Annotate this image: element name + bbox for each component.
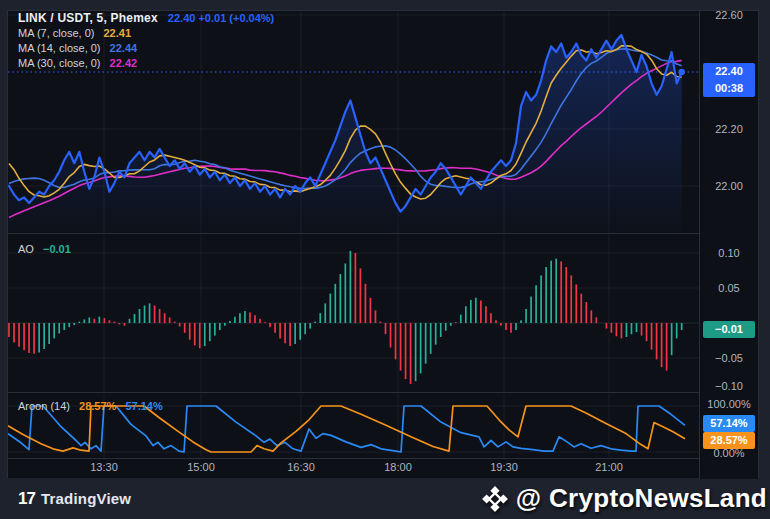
- watermark-text: @ CryptoNewsLand: [516, 483, 767, 514]
- aroon-tick: 100.00%: [700, 397, 758, 411]
- price-tick: 22.20: [700, 122, 758, 136]
- aroon-up-badge: 57.14%: [703, 415, 755, 432]
- last-price: 22.40: [703, 63, 755, 80]
- price-axis[interactable]: 22.40 00:38 −0.01 57.14% 28.57% 22.6022.…: [699, 11, 758, 479]
- diamond-logo-icon: [482, 486, 508, 512]
- footer-bar: 17 TradingView @ CryptoNewsLand: [0, 478, 770, 519]
- last-price-badge: 22.40 00:38: [703, 63, 755, 97]
- ao-tick: −0.10: [700, 379, 758, 393]
- ao-value-badge: −0.01: [703, 321, 755, 338]
- time-tick: 21:00: [579, 461, 639, 473]
- tradingview-brand[interactable]: 17 TradingView: [18, 478, 131, 519]
- price-tick: 22.60: [700, 8, 758, 22]
- main-legend: LINK / USDT, 5, Phemex 22.40 +0.01 (+0.0…: [18, 11, 274, 71]
- time-tick: 16:30: [271, 461, 331, 473]
- ao-tick: −0.05: [700, 351, 758, 365]
- tradingview-wordmark: TradingView: [41, 490, 131, 507]
- aroon-down-value: 28.57%: [79, 400, 116, 412]
- symbol-title[interactable]: LINK / USDT, 5, Phemex: [18, 11, 158, 25]
- ao-label: AO: [18, 243, 34, 255]
- time-tick: 18:00: [368, 461, 428, 473]
- bar-countdown: 00:38: [703, 80, 755, 97]
- ma30-value: 22.42: [110, 57, 138, 69]
- ma30-label: MA (30, close, 0): [18, 57, 101, 69]
- channel-watermark: @ CryptoNewsLand: [482, 478, 767, 519]
- price-tick: 22.00: [700, 179, 758, 193]
- ao-value: −0.01: [43, 243, 71, 255]
- time-axis[interactable]: 13:3015:0016:3018:0019:3021:00: [8, 459, 699, 479]
- ma14-legend-row[interactable]: MA (14, close, 0) 22.44: [18, 41, 274, 56]
- symbol-row[interactable]: LINK / USDT, 5, Phemex 22.40 +0.01 (+0.0…: [18, 11, 274, 26]
- ma7-label: MA (7, close, 0): [18, 27, 94, 39]
- ma14-value: 22.44: [110, 42, 138, 54]
- time-tick: 13:30: [74, 461, 134, 473]
- ma14-label: MA (14, close, 0): [18, 42, 101, 54]
- aroon-up-value: 57.14%: [125, 400, 162, 412]
- price-quote: 22.40 +0.01 (+0.04%): [168, 12, 274, 24]
- ma7-value: 22.41: [103, 27, 131, 39]
- time-tick: 19:30: [474, 461, 534, 473]
- aroon-label: Aroon (14): [18, 400, 70, 412]
- ao-tick: 0.05: [700, 281, 758, 295]
- aroon-down-badge: 28.57%: [703, 432, 755, 449]
- ma7-legend-row[interactable]: MA (7, close, 0) 22.41: [18, 26, 274, 41]
- tradingview-logo-icon: 17: [18, 489, 35, 509]
- ao-tick: 0.10: [700, 246, 758, 260]
- aroon-legend[interactable]: Aroon (14) 28.57% 57.14%: [18, 399, 163, 414]
- ma30-legend-row[interactable]: MA (30, close, 0) 22.42: [18, 56, 274, 71]
- ao-legend[interactable]: AO −0.01: [18, 242, 71, 257]
- tradingview-screenshot: LINK / USDT, 5, Phemex 22.40 +0.01 (+0.0…: [0, 0, 770, 519]
- time-tick: 15:00: [171, 461, 231, 473]
- chart-container[interactable]: LINK / USDT, 5, Phemex 22.40 +0.01 (+0.0…: [7, 10, 759, 480]
